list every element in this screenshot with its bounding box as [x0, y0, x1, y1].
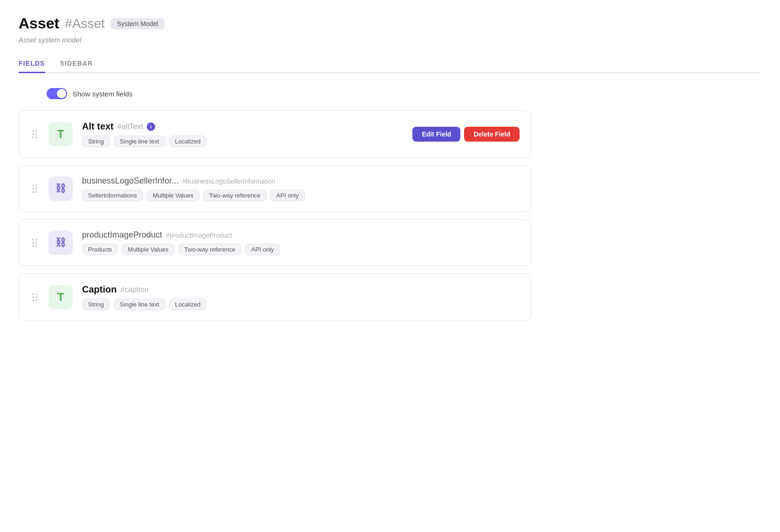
- drag-handle-row: [32, 184, 37, 186]
- show-system-fields-toggle[interactable]: [47, 88, 67, 99]
- field-hash-text: #businessLogoSellerInformation: [182, 177, 275, 185]
- drag-dot: [32, 184, 34, 186]
- drag-dot: [32, 133, 34, 135]
- field-card-alt-text: TAlt text#altTextiStringSingle line text…: [19, 110, 531, 158]
- field-type-icon-ref: ⛓: [48, 177, 73, 201]
- fields-list: TAlt text#altTextiStringSingle line text…: [19, 110, 531, 321]
- page-header: Asset #Asset System Model: [19, 15, 761, 32]
- chain-link-icon: ⛓: [55, 183, 66, 195]
- drag-dot: [35, 300, 37, 301]
- drag-dot: [35, 293, 37, 295]
- edit-field-button[interactable]: Edit Field: [412, 127, 460, 142]
- drag-handle-row: [32, 130, 37, 132]
- drag-dot: [35, 188, 37, 190]
- drag-dot: [35, 184, 37, 186]
- field-name-text: productImageProduct: [82, 230, 162, 240]
- field-info: businessLogoSellerInfor...#businessLogoS…: [82, 176, 520, 201]
- field-card-caption: TCaption#captionStringSingle line textLo…: [19, 273, 531, 321]
- drag-dot: [32, 245, 34, 247]
- field-tags: StringSingle line textLocalized: [82, 299, 520, 310]
- field-name-row: Alt text#altTexti: [82, 121, 403, 132]
- field-info: productImageProduct#productImageProductP…: [82, 230, 520, 255]
- content-area: Show system fields TAlt text#altTextiStr…: [19, 88, 531, 321]
- info-icon[interactable]: i: [147, 123, 155, 131]
- field-hash-text: #caption: [120, 286, 149, 294]
- field-card-product-image: ⛓productImageProduct#productImageProduct…: [19, 219, 531, 266]
- field-hash-text: #productImageProduct: [166, 232, 232, 239]
- field-tag: String: [82, 299, 110, 310]
- field-tag: Single line text: [114, 136, 165, 147]
- drag-dot: [35, 239, 37, 240]
- field-actions: Edit FieldDelete Field: [412, 127, 520, 142]
- page-title-hash: #Asset: [65, 16, 105, 31]
- field-tag: Single line text: [114, 299, 165, 310]
- drag-dot: [35, 136, 37, 138]
- drag-handle-row: [32, 300, 37, 301]
- drag-handle[interactable]: [30, 183, 39, 195]
- drag-handle-row: [32, 296, 37, 298]
- field-tag: Two-way reference: [178, 244, 242, 255]
- drag-dot: [32, 191, 34, 193]
- drag-dot: [32, 239, 34, 240]
- toggle-label: Show system fields: [73, 90, 132, 98]
- drag-handle-row: [32, 293, 37, 295]
- drag-dot: [32, 130, 34, 132]
- delete-field-button[interactable]: Delete Field: [464, 127, 520, 142]
- drag-dot: [32, 293, 34, 295]
- field-info: Caption#captionStringSingle line textLoc…: [82, 284, 520, 310]
- field-type-icon-ref: ⛓: [48, 231, 73, 255]
- field-type-icon-text: T: [48, 285, 73, 309]
- drag-dot: [35, 245, 37, 247]
- drag-dot: [35, 296, 37, 298]
- page-subtitle: Asset system model: [19, 36, 761, 44]
- field-tag: Two-way reference: [203, 190, 267, 201]
- drag-dot: [32, 188, 34, 190]
- field-name-text: Caption: [82, 284, 116, 295]
- field-hash-text: #altText: [117, 123, 143, 131]
- drag-handle-row: [32, 239, 37, 240]
- field-tags: ProductsMultiple ValuesTwo-way reference…: [82, 244, 520, 255]
- system-model-badge: System Model: [110, 18, 165, 29]
- field-name-text: businessLogoSellerInfor...: [82, 176, 178, 186]
- chain-link-icon: ⛓: [55, 237, 66, 249]
- tab-sidebar[interactable]: SIDEBAR: [60, 55, 93, 73]
- drag-handle-row: [32, 133, 37, 135]
- field-tag: Localized: [169, 136, 207, 147]
- field-tags: StringSingle line textLocalized: [82, 136, 403, 147]
- field-tag: API only: [270, 190, 305, 201]
- field-name-row: productImageProduct#productImageProduct: [82, 230, 520, 240]
- field-tag: API only: [245, 244, 280, 255]
- field-name-row: businessLogoSellerInfor...#businessLogoS…: [82, 176, 520, 186]
- tabs-container: FIELDS SIDEBAR: [19, 55, 761, 73]
- drag-dot: [35, 191, 37, 193]
- drag-handle[interactable]: [30, 291, 39, 303]
- drag-dot: [35, 133, 37, 135]
- field-type-icon-text: T: [48, 122, 73, 146]
- drag-dot: [35, 130, 37, 132]
- drag-handle-row: [32, 245, 37, 247]
- field-tag: Localized: [169, 299, 207, 310]
- field-tag: String: [82, 136, 110, 147]
- drag-dot: [35, 242, 37, 244]
- field-card-business-logo: ⛓businessLogoSellerInfor...#businessLogo…: [19, 165, 531, 212]
- field-tag: Multiple Values: [122, 244, 174, 255]
- drag-dot: [32, 296, 34, 298]
- toggle-row: Show system fields: [19, 88, 531, 99]
- field-name-text: Alt text: [82, 121, 114, 132]
- toggle-knob: [57, 89, 66, 98]
- drag-handle-row: [32, 191, 37, 193]
- field-tag: Multiple Values: [147, 190, 199, 201]
- field-tags: SellerInformationsMultiple ValuesTwo-way…: [82, 190, 520, 201]
- drag-handle[interactable]: [30, 128, 39, 140]
- drag-dot: [32, 242, 34, 244]
- drag-handle-row: [32, 136, 37, 138]
- field-info: Alt text#altTextiStringSingle line textL…: [82, 121, 403, 147]
- drag-handle-row: [32, 242, 37, 244]
- drag-dot: [32, 136, 34, 138]
- tab-fields[interactable]: FIELDS: [19, 55, 45, 73]
- drag-dot: [32, 300, 34, 301]
- drag-handle-row: [32, 188, 37, 190]
- field-name-row: Caption#caption: [82, 284, 520, 295]
- drag-handle[interactable]: [30, 237, 39, 249]
- field-tag: SellerInformations: [82, 190, 143, 201]
